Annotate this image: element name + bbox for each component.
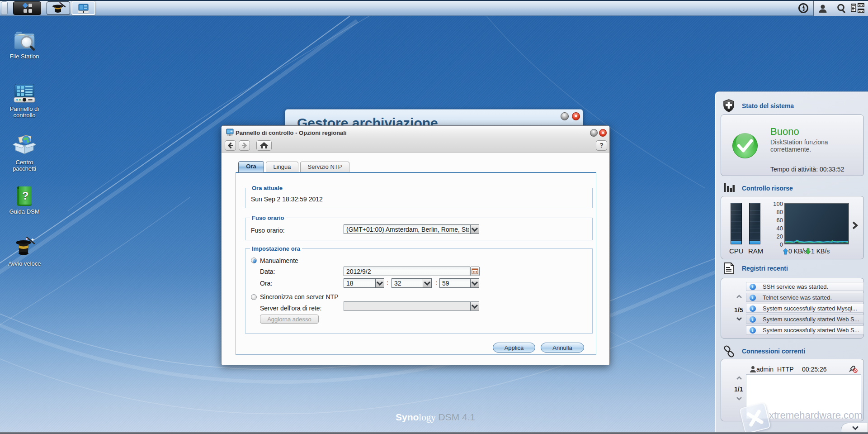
svg-text:?: ?: [22, 190, 29, 202]
